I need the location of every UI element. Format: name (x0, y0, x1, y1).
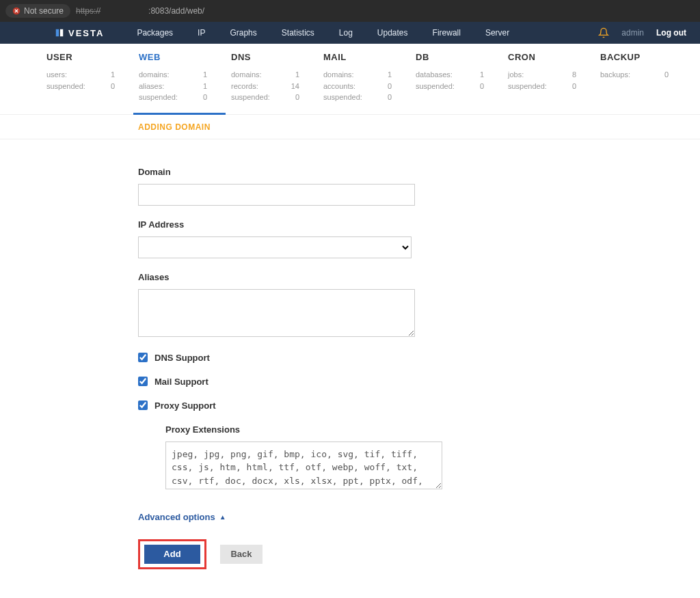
proxy-support-label: Proxy Support (154, 400, 216, 411)
svg-rect-1 (56, 29, 59, 37)
stat-row: domains:1 (323, 69, 392, 81)
logout-link[interactable]: Log out (656, 28, 686, 38)
dns-support-label: DNS Support (154, 353, 210, 363)
proxy-extensions-field: Proxy Extensions (165, 424, 438, 491)
aliases-input[interactable] (138, 289, 415, 337)
mail-support-checkbox[interactable] (138, 377, 148, 386)
advanced-options-toggle[interactable]: Advanced options ▲ (138, 512, 226, 522)
proxy-extensions-label: Proxy Extensions (165, 424, 438, 435)
domain-label: Domain (138, 167, 438, 177)
stat-row: suspended:0 (231, 92, 299, 103)
stat-row: accounts:0 (323, 81, 392, 92)
ip-field: IP Address (138, 219, 438, 258)
topnav-link-graphs[interactable]: Graphs (217, 28, 269, 38)
stat-row: suspended:0 (46, 81, 115, 92)
warning-icon (12, 7, 21, 15)
proxy-support-row: Proxy Support (138, 400, 438, 411)
stat-row: jobs:8 (508, 69, 576, 81)
stat-row: users:1 (46, 69, 115, 81)
tab-title: CRON (508, 52, 589, 62)
tab-mail[interactable]: MAILdomains:1accounts:0suspended:0 (318, 44, 410, 114)
mail-support-row: Mail Support (138, 377, 438, 387)
stat-row: records:14 (231, 81, 299, 92)
tab-title: DNS (231, 52, 312, 62)
stat-row: suspended:0 (508, 81, 576, 92)
stat-row: suspended:0 (323, 92, 392, 103)
vesta-logo-icon (55, 28, 64, 38)
svg-rect-2 (60, 29, 63, 37)
topnav-link-packages[interactable]: Packages (124, 28, 185, 38)
tab-stats: backups:0 (600, 69, 682, 81)
domain-field: Domain (138, 167, 438, 206)
ip-label: IP Address (138, 219, 438, 230)
tab-stats: users:1suspended:0 (46, 69, 128, 92)
domain-input[interactable] (138, 184, 415, 206)
add-domain-form: Domain IP Address Aliases DNS Support Ma… (0, 139, 438, 597)
stat-row: domains:1 (231, 69, 299, 81)
not-secure-text: Not secure (24, 6, 64, 16)
tab-title: WEB (139, 52, 220, 62)
topnav-link-firewall[interactable]: Firewall (420, 28, 473, 38)
tab-web[interactable]: WEBdomains:1aliases:1suspended:0 (133, 44, 226, 115)
topnav-links: PackagesIPGraphsStatisticsLogUpdatesFire… (124, 28, 522, 38)
tab-stats: jobs:8suspended:0 (508, 69, 589, 92)
ip-select[interactable] (138, 236, 412, 258)
caret-up-icon: ▲ (219, 513, 226, 521)
not-secure-badge: Not secure (5, 4, 70, 18)
tab-user[interactable]: USERusers:1suspended:0 (41, 44, 133, 114)
tab-backup[interactable]: BACKUPbackups:0 (595, 44, 687, 114)
topnav-link-statistics[interactable]: Statistics (269, 28, 327, 38)
tab-title: USER (46, 52, 128, 62)
stat-row: domains:1 (139, 69, 207, 81)
user-link[interactable]: admin (621, 28, 644, 38)
subheader: ADDING DOMAIN (0, 115, 700, 139)
proxy-support-checkbox[interactable] (138, 400, 148, 410)
tab-db[interactable]: DBdatabases:1suspended:0 (410, 44, 502, 114)
tab-stats: domains:1records:14suspended:0 (231, 69, 312, 103)
tab-stats: databases:1suspended:0 (416, 69, 497, 92)
tab-title: DB (416, 52, 497, 62)
tab-stats: domains:1aliases:1suspended:0 (139, 69, 220, 103)
top-navigation: VESTA PackagesIPGraphsStatisticsLogUpdat… (0, 22, 700, 44)
dns-support-row: DNS Support (138, 353, 438, 363)
aliases-field: Aliases (138, 272, 438, 339)
aliases-label: Aliases (138, 272, 438, 282)
logo-text: VESTA (68, 28, 104, 38)
highlight-box: Add (138, 539, 206, 569)
mail-support-label: Mail Support (154, 377, 208, 387)
advanced-options-label: Advanced options (138, 512, 215, 522)
topnav-right: admin Log out (598, 27, 686, 38)
tab-stats: domains:1accounts:0suspended:0 (323, 69, 405, 103)
tab-title: BACKUP (600, 52, 682, 62)
tab-dns[interactable]: DNSdomains:1records:14suspended:0 (226, 44, 318, 114)
stat-row: suspended:0 (416, 81, 484, 92)
stat-row: databases:1 (416, 69, 484, 81)
logo[interactable]: VESTA (55, 28, 104, 38)
add-button[interactable]: Add (144, 545, 200, 564)
subheader-label: ADDING DOMAIN (138, 122, 211, 132)
url-display: https://:8083/add/web/ (76, 6, 204, 16)
browser-address-bar: Not secure https://:8083/add/web/ (0, 0, 700, 22)
proxy-extensions-input[interactable] (165, 441, 442, 489)
topnav-link-server[interactable]: Server (473, 28, 522, 38)
topnav-link-log[interactable]: Log (327, 28, 365, 38)
dns-support-checkbox[interactable] (138, 353, 148, 362)
main-tabs: USERusers:1suspended:0WEBdomains:1aliase… (0, 44, 700, 115)
topnav-link-ip[interactable]: IP (185, 28, 217, 38)
stat-row: backups:0 (600, 69, 669, 81)
tab-cron[interactable]: CRONjobs:8suspended:0 (502, 44, 595, 114)
tab-title: MAIL (323, 52, 405, 62)
stat-row: suspended:0 (139, 92, 207, 103)
notifications-icon[interactable] (598, 27, 609, 38)
form-buttons: Add Back (138, 539, 438, 569)
topnav-link-updates[interactable]: Updates (365, 28, 420, 38)
stat-row: aliases:1 (139, 81, 207, 92)
back-button[interactable]: Back (220, 545, 262, 564)
